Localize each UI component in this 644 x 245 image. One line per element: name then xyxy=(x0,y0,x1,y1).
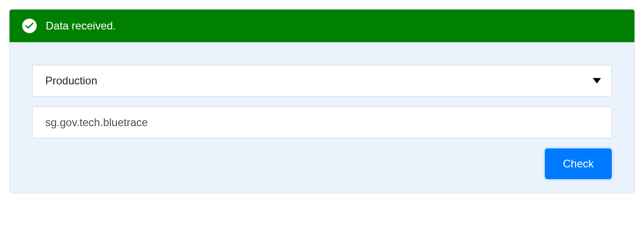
package-name-input[interactable] xyxy=(32,107,612,138)
form-card: Data received. Production Check xyxy=(9,9,635,193)
environment-select-wrapper: Production xyxy=(32,65,612,97)
check-circle-icon xyxy=(22,19,37,33)
alert-message: Data received. xyxy=(46,20,116,32)
success-alert: Data received. xyxy=(10,10,634,42)
check-button[interactable]: Check xyxy=(545,148,612,179)
form-area: Production Check xyxy=(10,42,634,193)
environment-select[interactable]: Production xyxy=(32,65,612,97)
button-row: Check xyxy=(32,148,612,179)
